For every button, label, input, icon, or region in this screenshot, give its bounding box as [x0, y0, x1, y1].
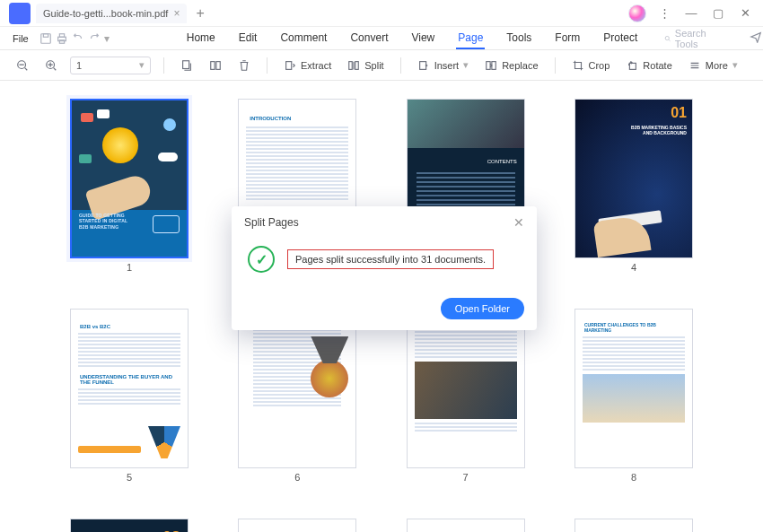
svg-rect-15: [487, 61, 490, 69]
dialog-message: Pages split successfully into 31 documen…: [287, 249, 494, 269]
page-thumb-7[interactable]: INTERSECTION OF SALES & MARKETING 7: [390, 309, 541, 483]
page-number: 7: [463, 472, 469, 483]
svg-rect-1: [43, 33, 48, 37]
document-tab[interactable]: Guide-to-getti...book-min.pdf ×: [36, 4, 187, 23]
account-avatar[interactable]: [628, 4, 646, 22]
titlebar: Guide-to-getti...book-min.pdf × + ⋮ — ▢ …: [0, 0, 763, 27]
redo-icon[interactable]: [88, 31, 101, 47]
page-number: 6: [294, 472, 300, 483]
page-number: 1: [127, 262, 132, 273]
svg-rect-10: [216, 61, 220, 69]
delete-page-button[interactable]: [234, 57, 254, 74]
menu-form[interactable]: Form: [553, 28, 582, 49]
svg-rect-12: [349, 61, 353, 69]
page-thumb-8[interactable]: CURRENT CHALLENGES TO B2B MARKETING 8: [558, 309, 709, 483]
app-icon: [9, 3, 31, 24]
dialog-title: Split Pages: [244, 216, 299, 229]
dialog-close-icon[interactable]: ✕: [513, 215, 524, 230]
rotate-button[interactable]: Rotate: [622, 57, 675, 74]
svg-rect-0: [40, 33, 50, 43]
open-folder-button[interactable]: Open Folder: [441, 298, 524, 319]
page-number-input[interactable]: 1▾: [70, 57, 151, 74]
svg-rect-4: [59, 39, 64, 43]
insert-button[interactable]: Insert▾: [414, 57, 473, 74]
send-icon[interactable]: [750, 31, 762, 46]
close-window-button[interactable]: ✕: [736, 6, 754, 20]
page-number: 8: [631, 472, 636, 483]
success-check-icon: ✓: [248, 246, 275, 273]
minimize-button[interactable]: —: [682, 6, 700, 20]
page-number: 4: [631, 262, 636, 273]
main-menu: Home Edit Comment Convert View Page Tool…: [185, 28, 640, 49]
svg-rect-8: [183, 60, 189, 68]
svg-rect-9: [211, 61, 215, 69]
zoom-in-button[interactable]: [41, 57, 61, 74]
menubar: File ▾ Home Edit Comment Convert View Pa…: [0, 27, 763, 50]
file-menu[interactable]: File: [5, 33, 36, 44]
menu-comment[interactable]: Comment: [278, 28, 329, 49]
svg-rect-17: [630, 63, 636, 69]
new-tab-button[interactable]: +: [187, 5, 213, 22]
page-thumb-1[interactable]: GUIDE TO GETTINGSTARTED IN DIGITALB2B MA…: [54, 99, 205, 273]
svg-rect-14: [419, 61, 425, 69]
menu-tools[interactable]: Tools: [504, 28, 533, 49]
search-placeholder: Search Tools: [675, 28, 710, 49]
tab-filename: Guide-to-getti...book-min.pdf: [43, 8, 168, 19]
replace-button[interactable]: Replace: [481, 57, 541, 74]
print-icon[interactable]: [56, 31, 68, 47]
page-thumb-6[interactable]: 6: [222, 309, 373, 483]
page-toolbar: 1▾ Extract Split Insert▾ Replace Crop Ro…: [0, 50, 763, 81]
menu-convert[interactable]: Convert: [348, 28, 390, 49]
split-button[interactable]: Split: [344, 57, 387, 74]
maximize-button[interactable]: ▢: [709, 6, 727, 20]
zoom-out-button[interactable]: [13, 57, 32, 74]
menu-home[interactable]: Home: [185, 28, 217, 49]
icon-btn-2[interactable]: [206, 57, 225, 74]
svg-rect-13: [355, 61, 359, 69]
kebab-icon[interactable]: ⋮: [655, 6, 673, 20]
svg-rect-3: [59, 33, 64, 37]
tab-close-icon[interactable]: ×: [173, 7, 180, 20]
page-thumb-4[interactable]: 01 B2B MARKETING BASICSAND BACKGROUND 4: [558, 99, 709, 273]
menu-protect[interactable]: Protect: [601, 28, 639, 49]
page-number: 5: [127, 472, 132, 483]
page-thumb-5[interactable]: B2B vs B2C UNDERSTANDING THE BUYER AND T…: [54, 309, 205, 483]
icon-btn-1[interactable]: [177, 57, 197, 74]
page-thumb-9[interactable]: 02PLANNING: [54, 519, 205, 532]
page-thumb-11[interactable]: UNDERSTANDING YOUR VALUE PROPOSITION: [390, 519, 541, 532]
dropdown-icon[interactable]: ▾: [104, 31, 110, 47]
page-thumb-12[interactable]: SEGMENTATION: [558, 519, 709, 532]
split-pages-dialog: Split Pages ✕ ✓ Pages split successfully…: [232, 206, 537, 330]
menu-edit[interactable]: Edit: [237, 28, 259, 49]
menu-view[interactable]: View: [409, 28, 436, 49]
search-tools[interactable]: Search Tools: [664, 28, 710, 49]
undo-icon[interactable]: [72, 31, 84, 47]
save-icon[interactable]: [39, 31, 52, 47]
svg-rect-11: [286, 61, 292, 69]
page-thumb-10[interactable]: [222, 519, 373, 532]
extract-button[interactable]: Extract: [280, 57, 335, 74]
more-button[interactable]: More▾: [685, 57, 741, 74]
menu-page[interactable]: Page: [456, 28, 485, 49]
svg-point-5: [666, 36, 670, 39]
crop-button[interactable]: Crop: [568, 57, 614, 74]
